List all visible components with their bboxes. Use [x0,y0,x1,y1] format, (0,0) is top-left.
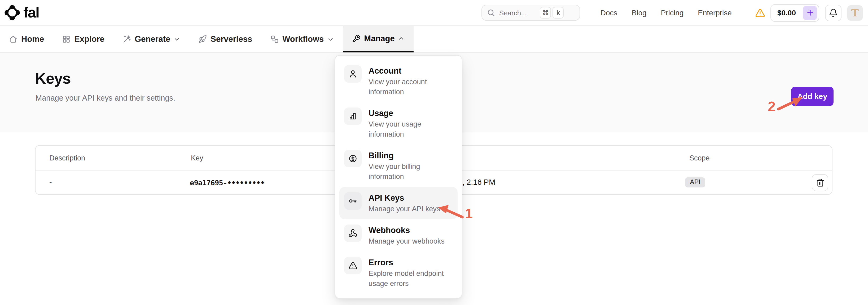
menu-item-account[interactable]: Account View your account information [339,60,458,102]
chevron-down-icon [174,36,180,43]
add-key-button[interactable]: Add key [791,87,834,106]
col-header-description: Description [49,154,85,162]
grid-icon [62,35,70,43]
link-pricing[interactable]: Pricing [661,8,684,17]
bar-chart-icon [344,107,362,125]
menu-item-title: Account [369,65,453,76]
tab-generate[interactable]: Generate [114,26,189,53]
link-docs[interactable]: Docs [600,8,617,17]
fal-dashboard: fal ⌘ k Docs Blog Pricing Enterprise [0,0,868,305]
workflow-icon [270,35,279,43]
search-icon [487,8,496,17]
tab-home[interactable]: Home [0,26,53,53]
home-icon [9,35,18,43]
fal-logo[interactable]: fal [4,4,39,21]
col-header-key: Key [191,154,203,162]
menu-item-billing[interactable]: Billing View your billing information [339,144,458,187]
menu-item-description: View your billing information [369,162,453,182]
menu-item-description: Manage your API keys [369,204,440,214]
tab-label: Explore [74,34,104,44]
col-header-scope: Scope [689,154,710,162]
fal-logo-icon [4,5,20,21]
balance-warning-icon [755,8,765,18]
menu-item-description: View your usage information [369,119,453,139]
tab-label: Serverless [211,34,252,44]
manage-dropdown-menu: Account View your account information Us… [335,55,462,299]
menu-item-title: Billing [369,150,453,161]
user-icon [344,65,362,82]
main-nav: Home Explore Generate [0,26,868,53]
menu-item-title: API Keys [369,192,440,203]
menu-item-webhooks[interactable]: Webhooks Manage your webhooks [339,219,458,251]
tab-explore[interactable]: Explore [53,26,114,53]
alert-triangle-icon [344,257,362,274]
wand-icon [123,35,131,43]
tab-label: Manage [364,34,395,43]
menu-item-errors[interactable]: Errors Explore model endpoint usage erro… [339,251,458,294]
top-header: fal ⌘ k Docs Blog Pricing Enterprise [0,0,868,26]
rocket-icon [198,35,207,43]
link-enterprise[interactable]: Enterprise [698,8,732,17]
menu-item-description: View your account information [369,77,453,97]
search-box[interactable]: ⌘ k [482,5,580,21]
tab-workflows[interactable]: Workflows [261,26,343,53]
menu-item-title: Errors [369,257,453,268]
tab-label: Home [21,34,44,44]
link-blog[interactable]: Blog [632,8,647,17]
menu-item-description: Manage your webhooks [369,236,444,246]
balance-amount: $0.00 [777,8,796,17]
key-description: - [49,178,52,187]
annotation-label-1: 1 [465,205,473,222]
scope-badge: API [685,177,705,187]
add-funds-button[interactable] [803,6,817,20]
avatar[interactable]: T [847,5,863,21]
bell-icon [829,8,838,17]
key-icon [344,192,362,210]
notifications-button[interactable] [825,4,841,21]
balance-widget[interactable]: $0.00 [770,4,819,22]
trash-icon [816,178,824,187]
chevron-up-icon [398,35,405,42]
chevron-down-icon [327,36,334,43]
tab-serverless[interactable]: Serverless [189,26,261,53]
cmd-keycap: ⌘ [540,7,551,19]
tab-label: Workflows [282,34,324,44]
menu-item-title: Webhooks [369,225,444,236]
annotation-label-2: 2 [768,99,775,115]
key-created-at: , 2:16 PM [462,178,495,187]
page-subtitle: Manage your API keys and their settings. [35,94,175,102]
page-title: Keys [35,70,71,88]
search-input[interactable] [499,9,538,17]
menu-item-title: Usage [369,107,453,118]
menu-item-description: Explore model endpoint usage errors [369,268,453,289]
webhook-icon [344,225,362,242]
brand-text: fal [23,4,39,21]
dollar-circle-icon [344,150,362,167]
tab-label: Generate [135,34,170,44]
wrench-icon [352,34,360,43]
menu-item-usage[interactable]: Usage View your usage information [339,102,458,144]
menu-item-api-keys[interactable]: API Keys Manage your API keys [339,187,458,219]
delete-key-button[interactable] [812,174,828,191]
k-keycap: k [553,7,564,19]
tab-manage[interactable]: Manage [343,26,413,53]
plus-icon [806,8,814,17]
key-value: e9a17695-••••••••• [190,178,265,187]
